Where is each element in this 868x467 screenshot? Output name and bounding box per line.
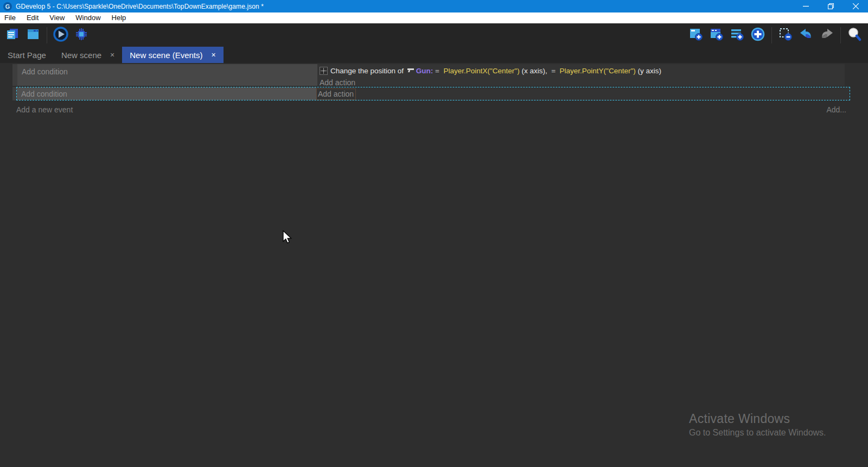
- watermark-title: Activate Windows: [689, 412, 826, 426]
- conditions-column[interactable]: Add condition: [17, 64, 317, 86]
- minimize-button[interactable]: [793, 0, 818, 12]
- add-condition-link[interactable]: Add condition: [22, 67, 68, 76]
- window-title: GDevelop 5 - C:\Users\Sparkle\OneDrive\D…: [16, 3, 264, 10]
- gun-object-icon: [407, 67, 414, 74]
- project-manager-button[interactable]: [5, 28, 20, 42]
- add-more-link[interactable]: Add...: [826, 105, 846, 114]
- action-change-position[interactable]: Change the position of Gun: = Player.Poi…: [320, 65, 843, 76]
- undo-button[interactable]: [799, 28, 813, 42]
- add-action-link[interactable]: Add action: [318, 90, 354, 98]
- object-name: Gun:: [416, 67, 433, 75]
- play-button[interactable]: [54, 28, 68, 42]
- event-handle[interactable]: [12, 64, 17, 86]
- toolbar-separator: [47, 27, 47, 43]
- tab-label: New scene: [61, 51, 101, 60]
- tab-start-page[interactable]: Start Page: [0, 47, 54, 63]
- tab-new-scene-events[interactable]: New scene (Events) ×: [122, 47, 223, 63]
- undo-icon: [799, 27, 814, 44]
- title-bar: G GDevelop 5 - C:\Users\Sparkle\OneDrive…: [0, 0, 868, 12]
- menu-file[interactable]: File: [4, 12, 21, 23]
- add-subevent-button[interactable]: [710, 28, 724, 42]
- position-icon: [320, 67, 328, 75]
- expression-x: Player.PointX("Center"): [444, 67, 520, 75]
- debug-icon: [74, 27, 89, 44]
- operator: =: [551, 67, 559, 75]
- restore-button[interactable]: [818, 0, 843, 12]
- play-icon: [53, 27, 68, 44]
- add-event-button[interactable]: [689, 28, 703, 42]
- project-manager-icon: [5, 27, 20, 43]
- scene-editor-button[interactable]: [26, 28, 40, 42]
- actions-column[interactable]: Add action: [316, 87, 850, 100]
- events-sheet: Add condition Change the position of Gun…: [0, 63, 868, 467]
- activate-windows-watermark: Activate Windows Go to Settings to activ…: [689, 412, 826, 438]
- add-subevent-icon: [709, 27, 724, 44]
- toolbar: [0, 23, 868, 47]
- event-row-2-selected[interactable]: Add condition Add action: [16, 87, 850, 100]
- mouse-cursor: [282, 230, 295, 247]
- action-text: (y axis): [636, 67, 661, 75]
- menu-window[interactable]: Window: [70, 12, 106, 23]
- search-button[interactable]: [847, 28, 861, 42]
- search-icon: [847, 27, 862, 44]
- close-button[interactable]: [843, 0, 868, 12]
- remove-selection-icon: [778, 27, 793, 44]
- add-new-event-link[interactable]: Add a new event: [16, 105, 73, 114]
- tab-close-icon[interactable]: ×: [110, 51, 114, 59]
- scene-editor-icon: [26, 27, 40, 43]
- app-logo-icon: G: [3, 2, 12, 11]
- add-choose-icon: [750, 27, 765, 44]
- tab-new-scene[interactable]: New scene ×: [54, 47, 122, 63]
- add-event-icon: [688, 27, 704, 44]
- add-comment-button[interactable]: [730, 28, 744, 42]
- tab-label: New scene (Events): [130, 51, 202, 60]
- toolbar-separator: [771, 27, 772, 43]
- watermark-subtitle: Go to Settings to activate Windows.: [689, 428, 826, 438]
- toolbar-separator: [840, 27, 841, 43]
- add-condition-link[interactable]: Add condition: [21, 90, 67, 98]
- tab-label: Start Page: [8, 51, 46, 60]
- add-choose-button[interactable]: [751, 28, 765, 42]
- action-text: (x axis),: [520, 67, 552, 75]
- menu-edit[interactable]: Edit: [21, 12, 44, 23]
- menu-view[interactable]: View: [44, 12, 70, 23]
- debug-button[interactable]: [74, 28, 88, 42]
- menu-help[interactable]: Help: [106, 12, 132, 23]
- redo-button[interactable]: [820, 28, 834, 42]
- remove-selection-button[interactable]: [778, 28, 793, 42]
- operator: =: [433, 67, 443, 75]
- gdevelop-window: G GDevelop 5 - C:\Users\Sparkle\OneDrive…: [0, 0, 868, 467]
- add-comment-icon: [730, 27, 745, 44]
- action-text: Change the position of: [330, 67, 406, 75]
- conditions-column[interactable]: Add condition: [17, 87, 316, 100]
- tab-close-icon[interactable]: ×: [212, 51, 216, 59]
- event-row-1[interactable]: Add condition Change the position of Gun…: [12, 64, 845, 86]
- actions-column[interactable]: Change the position of Gun: = Player.Poi…: [317, 64, 845, 86]
- redo-icon: [819, 27, 834, 44]
- menu-bar: File Edit View Window Help: [0, 12, 868, 23]
- add-action-link[interactable]: Add action: [320, 78, 355, 87]
- expression-y: Player.PointY("Center"): [560, 67, 636, 75]
- tab-bar: Start Page New scene × New scene (Events…: [0, 47, 868, 63]
